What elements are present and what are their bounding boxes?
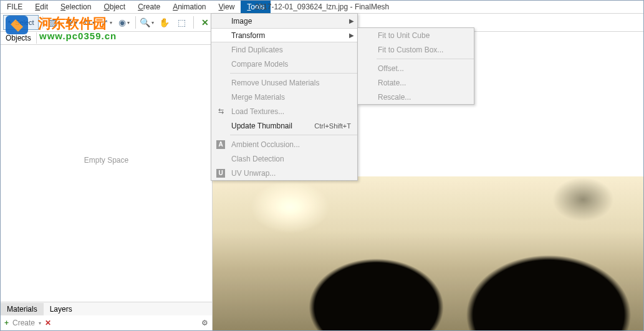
delete-x-icon: ✕ <box>201 17 209 27</box>
menu-item-label: Ambient Occlusion... <box>230 140 357 149</box>
plus-icon[interactable]: + <box>4 319 9 327</box>
menu-item-remove-unused-materials: Remove Unused Materials <box>211 75 357 90</box>
menu-item-load-textures: ⇆Load Textures... <box>211 104 357 118</box>
menu-item-uv-unwrap: UUV Unwrap... <box>211 166 357 180</box>
menu-item-label: Clash Detection <box>230 155 357 163</box>
cube-tool-button[interactable]: ▨ <box>47 15 62 30</box>
submenu-item-label: Rescale... <box>377 93 474 102</box>
menu-separator <box>230 73 357 74</box>
menu-file[interactable]: FILE <box>1 1 29 13</box>
menu-item-update-thumbnail[interactable]: Update ThumbnailCtrl+Shift+T <box>211 118 357 133</box>
menu-separator <box>377 59 474 59</box>
menu-item-find-duplicates: Find Duplicates <box>211 42 357 57</box>
toolbar-separator <box>193 16 194 29</box>
empty-space-label: Empty Space <box>84 156 128 165</box>
menu-item-label: Image <box>230 17 346 26</box>
gear-icon[interactable]: ⚙ <box>201 319 208 327</box>
menu-item-label: Remove Unused Materials <box>230 79 357 87</box>
zoom-tool-button[interactable]: 🔍 <box>140 15 155 30</box>
menu-item-label: Transform <box>230 31 346 40</box>
menu-item-label: Load Textures... <box>230 107 357 116</box>
menu-item-compare-models: Compare Models <box>211 57 357 71</box>
select-tool-button[interactable]: ↖ Select <box>3 15 39 30</box>
menu-separator <box>230 135 357 135</box>
region-tool-button[interactable]: ⬚ <box>175 15 190 30</box>
menu-item-merge-materials: Merge Materials <box>211 90 357 104</box>
menu-item-transform[interactable]: Transform▶ <box>211 28 357 42</box>
menu-item-image[interactable]: Image▶ <box>211 14 357 28</box>
submenu-item-label: Offset... <box>377 64 474 73</box>
submenu-arrow-icon: ▶ <box>346 17 357 24</box>
hand-icon: ✋ <box>159 17 170 27</box>
objects-panel-body: Empty Space <box>1 44 212 302</box>
left-panel-bottom-tabs: Materials Layers <box>1 302 212 315</box>
menu-item-label: Find Duplicates <box>230 46 357 54</box>
pan-tool-button[interactable]: ✋ <box>157 15 172 30</box>
menu-item-label: UV Unwrap... <box>230 169 357 178</box>
menubar: FILEEditSelectionObjectCreateAnimationVi… <box>1 1 643 13</box>
submenu-item-fit-to-custom-box: Fit to Custom Box... <box>358 42 474 57</box>
tab-materials[interactable]: Materials <box>1 303 44 315</box>
image-fake <box>213 176 643 330</box>
menu-item-clash-detection: Clash Detection <box>211 151 357 166</box>
cursor-icon: ↖ <box>7 19 13 27</box>
submenu-arrow-icon: ▶ <box>346 32 357 39</box>
left-panel-footer: + Create ▾ ✕ ⚙ <box>1 315 212 330</box>
menu-selection[interactable]: Selection <box>54 1 97 13</box>
U-icon: U <box>211 169 230 178</box>
load-textures-icon: ⇆ <box>211 107 230 115</box>
orbit-icon: ◉ <box>118 17 126 27</box>
submenu-item-label: Fit to Custom Box... <box>377 46 474 54</box>
move-icon: ✥ <box>66 17 74 27</box>
create-dropdown-icon[interactable]: ▾ <box>39 320 41 326</box>
image-content <box>213 176 643 330</box>
left-panel-top-tabs: Objects <box>1 32 212 44</box>
scale-tool-button[interactable]: ⤢ <box>99 15 114 30</box>
move-tool-button[interactable]: ✥ <box>64 15 79 30</box>
submenu-item-rescale: Rescale... <box>358 90 474 104</box>
tab-objects[interactable]: Objects <box>1 32 37 44</box>
menu-create[interactable]: Create <box>132 1 166 13</box>
menu-tools[interactable]: Tools <box>241 1 271 13</box>
transform-submenu: Fit to Unit CubeFit to Custom Box...Offs… <box>357 27 474 105</box>
cube-icon: ▨ <box>48 17 56 27</box>
marquee-icon: ⬚ <box>178 17 186 27</box>
zoom-icon: 🔍 <box>140 17 150 27</box>
menu-object[interactable]: Object <box>97 1 132 13</box>
delete-button[interactable]: ✕ <box>45 319 51 327</box>
tab-layers[interactable]: Layers <box>44 303 79 315</box>
submenu-item-rotate: Rotate... <box>358 75 474 90</box>
create-button[interactable]: Create <box>12 319 35 327</box>
toolbar-separator <box>42 16 43 29</box>
menu-edit[interactable]: Edit <box>29 1 54 13</box>
menu-animation[interactable]: Animation <box>166 1 212 13</box>
rotate-tool-button[interactable]: ↻ <box>82 15 97 30</box>
menu-item-label: Update Thumbnail <box>230 122 314 130</box>
menu-item-ambient-occlusion: AAmbient Occlusion... <box>211 137 357 151</box>
submenu-item-offset: Offset... <box>358 61 474 75</box>
submenu-item-label: Rotate... <box>377 79 474 87</box>
toolbar-separator <box>135 16 136 29</box>
menu-view[interactable]: View <box>213 1 241 13</box>
A-icon: A <box>211 140 230 149</box>
orbit-tool-button[interactable]: ◉ <box>117 15 132 30</box>
submenu-item-label: Fit to Unit Cube <box>377 31 474 40</box>
submenu-item-fit-to-unit-cube: Fit to Unit Cube <box>358 28 474 42</box>
select-tool-label: Select <box>15 19 34 26</box>
menu-item-label: Compare Models <box>230 60 357 69</box>
scale-icon: ⤢ <box>101 17 108 27</box>
menu-item-label: Merge Materials <box>230 93 357 102</box>
rotate-icon: ↻ <box>84 17 91 27</box>
left-panel: Objects Empty Space Materials Layers + C… <box>1 32 213 330</box>
tools-menu-dropdown: Image▶Transform▶Find DuplicatesCompare M… <box>211 13 358 181</box>
menu-item-shortcut: Ctrl+Shift+T <box>314 122 357 130</box>
